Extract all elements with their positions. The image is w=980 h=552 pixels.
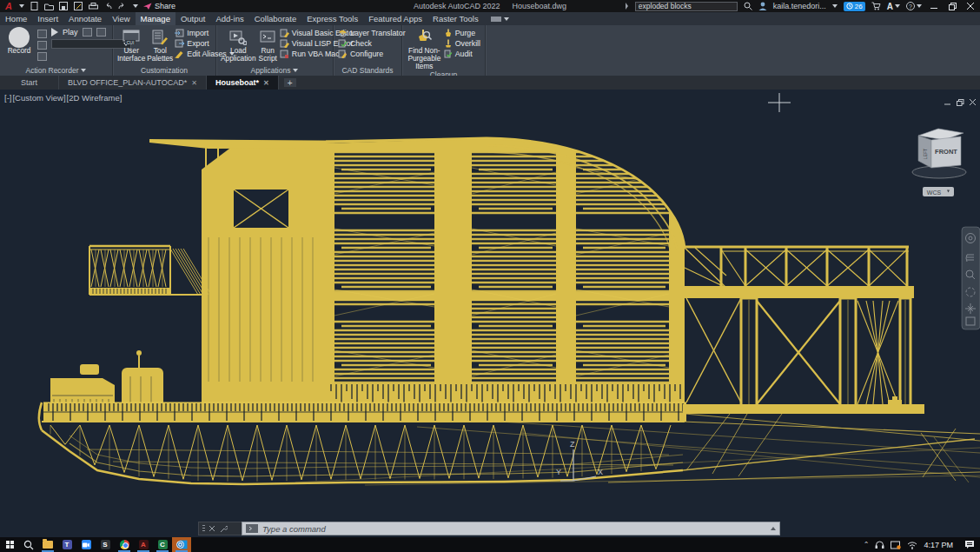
customize-wrench-icon[interactable] [220,525,228,533]
command-input[interactable]: Type a command [242,522,780,535]
user-avatar-icon[interactable] [758,2,767,10]
help-button[interactable]: ? [906,2,922,10]
user-interface-button[interactable]: CUI User Interface [117,28,145,63]
tab-view[interactable]: View [107,12,135,25]
trial-countdown-badge[interactable]: 26 [844,2,865,11]
find-non-purgeable-button[interactable]: Find Non-Purgeable Items [407,28,442,70]
panel-label-action-recorder[interactable]: Action Recorder [0,65,112,76]
user-menu-arrow-icon[interactable] [832,4,838,8]
navigation-bar[interactable] [962,227,980,329]
doc-close-button[interactable] [970,94,977,110]
new-file-icon[interactable] [30,2,39,10]
c-app-button[interactable]: C [153,537,172,552]
drag-handle-icon[interactable] [202,525,205,533]
close-command-line-icon[interactable] [209,526,215,532]
tab-raster-tools[interactable]: Raster Tools [427,12,484,25]
cart-icon[interactable] [871,2,881,10]
headset-icon[interactable] [875,541,884,549]
tab-express-tools[interactable]: Express Tools [301,12,363,25]
viewport-menu-control[interactable]: [-] [4,93,11,103]
notification-app-icon[interactable] [891,541,901,549]
outlook-button[interactable] [172,537,191,552]
qat-customize-arrow-icon[interactable] [133,4,138,8]
share-button[interactable]: Share [143,2,175,10]
tool-palettes-button[interactable]: Tool Palettes [147,28,173,63]
taskbar-search-button[interactable] [19,537,38,552]
save-icon[interactable] [59,2,69,10]
viewport-view-control[interactable]: [Custom View] [12,93,65,103]
chrome-button[interactable] [115,537,134,552]
new-drawing-tab-button[interactable]: + [284,78,296,87]
action-center-icon[interactable] [964,540,975,549]
autocad-logo-icon[interactable]: A [3,1,14,11]
panel-label-applications[interactable]: Applications [216,65,333,76]
doc-restore-button[interactable] [957,94,964,110]
apps-arrow-icon [895,4,900,8]
tab-add-ins[interactable]: Add-ins [210,12,248,25]
tab-collaborate[interactable]: Collaborate [249,12,302,25]
doc-minimize-button[interactable] [944,94,951,110]
autodesk-apps-button[interactable]: A [887,2,900,11]
s-app-button[interactable]: S [96,537,115,552]
load-application-button[interactable]: Load Application [221,28,256,63]
check-button[interactable]: Check [338,39,406,48]
tray-expand-icon[interactable]: ⌃ [864,541,870,549]
start-button[interactable] [0,537,19,552]
viewport-visual-style-control[interactable]: [2D Wireframe] [67,93,122,103]
save-as-icon[interactable] [74,2,83,10]
file-tab-houseboat[interactable]: Houseboat*✕ [207,76,279,90]
panel-label-customization[interactable]: Customization [113,65,215,76]
command-history-up-icon[interactable] [771,527,776,530]
app-menu-arrow-icon[interactable] [19,4,24,8]
close-button[interactable] [964,1,977,11]
plot-icon[interactable] [89,2,98,10]
run-script-button[interactable]: Run Script [259,28,277,63]
layer-translator-button[interactable]: Layer Translator [338,29,406,37]
preference-icon[interactable] [83,28,92,37]
file-tab-blvd-office[interactable]: BLVD OFFICE_PLAN-AUTOCAD*✕ [59,76,207,90]
audit-button[interactable]: Audit [444,50,480,58]
autocad-taskbar-button[interactable]: A [134,537,153,552]
tab-insert[interactable]: Insert [32,12,63,25]
insert-message-icon[interactable] [37,30,47,38]
tab-featured-apps[interactable]: Featured Apps [363,12,427,25]
record-button[interactable]: Record [4,28,34,61]
command-prompt-icon[interactable] [246,524,258,533]
close-tab-icon[interactable]: ✕ [191,79,197,87]
search-expand-icon[interactable] [625,3,629,10]
purge-button[interactable]: Purge [444,29,480,37]
restore-button[interactable] [946,1,958,11]
overkill-button[interactable]: Overkill [444,39,480,48]
wcs-dropdown[interactable]: WCS [923,187,954,196]
wifi-icon[interactable] [907,541,917,549]
minimize-button[interactable] [928,1,940,11]
play-button[interactable]: Play [63,28,78,37]
insert-base-point-icon[interactable] [37,41,47,50]
search-input[interactable] [635,2,738,11]
command-line-bar[interactable]: Type a command [198,522,780,535]
panel-label-cad-standards[interactable]: CAD Standards [334,65,401,76]
redo-icon[interactable] [118,2,128,10]
tab-output[interactable]: Output [175,12,211,25]
zoom-button[interactable] [76,537,96,552]
configure-button[interactable]: Configure [338,50,406,58]
search-icon[interactable] [744,2,752,10]
command-line-grip[interactable] [198,522,242,535]
close-tab-icon[interactable]: ✕ [263,79,269,87]
manage-action-macros-icon[interactable] [96,28,106,37]
tab-annotate[interactable]: Annotate [63,12,107,25]
file-explorer-button[interactable] [38,537,57,552]
viewcube[interactable]: FRONT LEFT [912,129,966,178]
drawing-canvas[interactable]: [-] [Custom View] [2D Wireframe] Z Y X [0,90,980,537]
file-tab-start[interactable]: Start [0,76,59,90]
teams-button[interactable]: T [57,537,76,552]
undo-icon[interactable] [103,2,113,10]
ribbon-toggle-arrow-icon [504,17,509,21]
ribbon-display-toggle[interactable] [484,12,516,25]
clock[interactable]: 4:17 PM [924,541,953,549]
tab-manage[interactable]: Manage [136,12,175,25]
tab-home[interactable]: Home [0,12,32,25]
signed-in-user[interactable]: kaila.tenedori... [773,2,826,10]
open-folder-icon[interactable] [44,2,54,10]
pause-user-input-icon[interactable] [37,52,47,61]
